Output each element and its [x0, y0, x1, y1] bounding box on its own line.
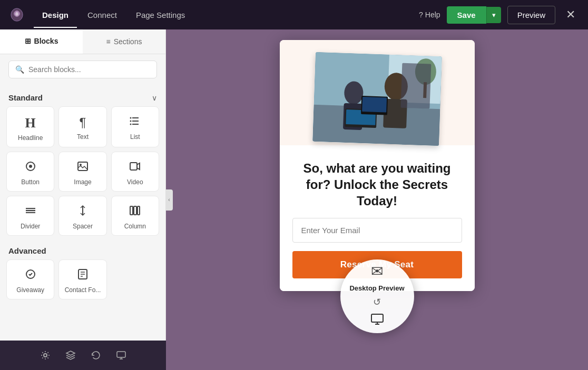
advanced-section-header: Advanced [6, 240, 159, 259]
image-icon [77, 161, 89, 175]
svg-point-5 [130, 124, 132, 125]
page-preview-card: So, what are you waiting for? Unlock the… [280, 40, 475, 291]
block-divider[interactable]: Divider [6, 196, 54, 236]
giveaway-icon [25, 268, 36, 283]
block-spacer-label: Spacer [73, 223, 93, 230]
close-button[interactable]: ✕ [562, 6, 580, 24]
tab-blocks-label: Blocks [34, 37, 58, 45]
help-button[interactable]: ? Help [419, 11, 440, 19]
page-card-image-area [280, 40, 475, 145]
page-card-photo [312, 52, 442, 146]
standard-blocks-grid: H Headline ¶ Text List [6, 106, 159, 236]
block-text-label: Text [77, 133, 89, 141]
blocks-icon: ⊞ [25, 37, 31, 45]
help-icon: ? [419, 11, 423, 19]
svg-rect-24 [117, 352, 125, 357]
settings-icon[interactable] [40, 350, 51, 361]
collapse-panel-handle[interactable]: ‹ [165, 189, 173, 211]
standard-section-toggle[interactable]: ∨ [152, 94, 157, 102]
tab-blocks[interactable]: ⊞ Blocks [0, 29, 83, 54]
svg-point-7 [29, 165, 32, 168]
tab-sections-label: Sections [114, 37, 142, 46]
block-image-label: Image [74, 178, 91, 186]
advanced-blocks-grid: Giveaway Contact Fo... [6, 259, 159, 299]
refresh-icon[interactable]: ↺ [373, 296, 381, 308]
page-headline: So, what are you waiting for? Unlock the… [292, 160, 462, 209]
block-headline-label: Headline [18, 134, 43, 142]
block-contact-form[interactable]: Contact Fo... [58, 259, 106, 299]
monitor-preview-icon[interactable] [370, 312, 385, 330]
block-text[interactable]: ¶ Text [58, 106, 106, 147]
tab-sections[interactable]: ≡ Sections [83, 29, 165, 54]
block-column-label: Column [124, 223, 146, 230]
block-video[interactable]: Video [111, 152, 159, 192]
layers-icon[interactable] [65, 350, 76, 361]
email-input-field[interactable] [292, 218, 462, 243]
block-image[interactable]: Image [58, 152, 106, 192]
svg-rect-17 [138, 206, 140, 215]
canvas-area: So, what are you waiting for? Unlock the… [166, 29, 588, 370]
top-navigation: Design Connect Page Settings ? Help Save… [0, 0, 588, 29]
search-wrapper: 🔍 [8, 61, 157, 78]
nav-tabs: Design Connect Page Settings [34, 6, 419, 24]
panel-tabs: ⊞ Blocks ≡ Sections [0, 29, 165, 54]
search-container: 🔍 [0, 54, 165, 85]
block-button[interactable]: Button [6, 152, 54, 192]
tooltip-circle: ✉ Desktop Preview ↺ [340, 259, 414, 333]
search-icon: 🔍 [15, 65, 24, 74]
standard-section-header: Standard ∨ [6, 85, 159, 106]
left-panel: ⊞ Blocks ≡ Sections 🔍 Standard ∨ [0, 29, 166, 370]
block-button-label: Button [21, 178, 40, 186]
spacer-icon [77, 205, 89, 219]
svg-point-3 [130, 117, 132, 119]
column-icon [129, 205, 141, 219]
svg-point-23 [44, 354, 47, 357]
svg-rect-16 [134, 206, 136, 215]
block-giveaway-label: Giveaway [16, 286, 44, 294]
block-list[interactable]: List [111, 106, 159, 147]
save-button-group: Save ▾ [447, 6, 501, 24]
contact-form-icon [77, 268, 89, 283]
divider-icon [25, 205, 36, 219]
svg-rect-40 [371, 314, 383, 322]
nav-tab-connect[interactable]: Connect [79, 6, 125, 24]
block-divider-label: Divider [21, 223, 40, 230]
sections-icon: ≡ [106, 37, 111, 46]
monitor-icon[interactable] [116, 350, 126, 361]
app-logo [8, 6, 25, 23]
save-button[interactable]: Save [447, 6, 486, 24]
chevron-down-icon: ▾ [492, 11, 496, 19]
svg-rect-10 [130, 163, 137, 170]
block-contact-form-label: Contact Fo... [65, 286, 101, 294]
block-list-label: List [130, 133, 140, 141]
main-layout: ⊞ Blocks ≡ Sections 🔍 Standard ∨ [0, 29, 588, 370]
advanced-section-title: Advanced [8, 246, 46, 255]
photo-simulation [312, 52, 442, 146]
block-spacer[interactable]: Spacer [58, 196, 106, 236]
block-column[interactable]: Column [111, 196, 159, 236]
block-giveaway[interactable]: Giveaway [6, 259, 54, 299]
preview-button[interactable]: Preview [507, 6, 555, 24]
email-icon: ✉ [371, 263, 383, 280]
list-icon [129, 115, 141, 130]
history-icon[interactable] [91, 350, 101, 361]
tooltip-label: Desktop Preview [349, 284, 404, 292]
blocks-content: Standard ∨ H Headline ¶ Text [0, 85, 165, 370]
nav-tab-page-settings[interactable]: Page Settings [128, 6, 193, 24]
block-headline[interactable]: H Headline [6, 106, 54, 147]
save-dropdown-button[interactable]: ▾ [486, 7, 501, 23]
headline-icon: H [25, 115, 36, 131]
nav-tab-design[interactable]: Design [34, 6, 77, 24]
bottom-toolbar [0, 341, 166, 370]
svg-rect-37 [362, 97, 387, 113]
help-label: Help [425, 11, 440, 19]
svg-rect-15 [130, 206, 133, 215]
button-icon [25, 161, 36, 175]
desktop-preview-tooltip: ✉ Desktop Preview ↺ [340, 259, 414, 333]
search-input[interactable] [28, 65, 150, 74]
video-icon [129, 161, 141, 175]
svg-rect-39 [423, 82, 427, 98]
text-icon: ¶ [80, 115, 86, 130]
block-video-label: Video [127, 178, 143, 186]
svg-point-4 [130, 121, 132, 122]
